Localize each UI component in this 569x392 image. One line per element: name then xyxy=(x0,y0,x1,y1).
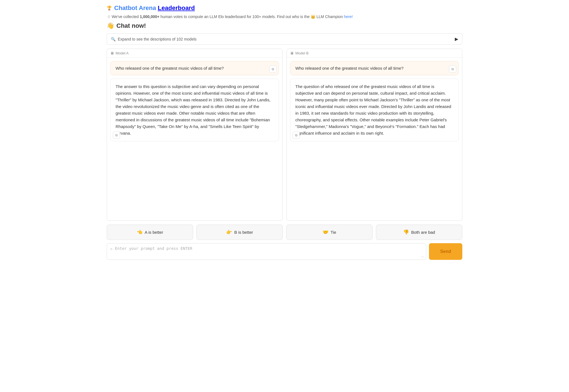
app-header: 🏆 Chatbot Arena Leaderboard xyxy=(107,4,462,12)
panel-b-header: 🖥 Model B xyxy=(287,49,462,58)
search-icon: 🔍 xyxy=(111,37,116,41)
assistant-message-b: The question of who released one of the … xyxy=(290,79,459,141)
expand-bar-label: Expand to see the descriptions of 102 mo… xyxy=(118,37,196,41)
panel-a-body: Who released one of the greatest music v… xyxy=(107,58,282,220)
copy-assistant-message-b-button[interactable]: ⧉ xyxy=(293,132,300,139)
copy-user-message-b-button[interactable]: ⧉ xyxy=(449,66,456,73)
crown-emoji: 👑 xyxy=(311,14,315,19)
assistant-message-a: The answer to this question is subjectiv… xyxy=(110,79,279,141)
title-plain: Chatbot Arena xyxy=(114,4,158,11)
user-message-b-text: Who released one of the greatest music v… xyxy=(295,66,403,71)
send-button[interactable]: Send xyxy=(429,243,462,260)
vote-b-better-button[interactable]: 👉 B is better xyxy=(196,225,283,240)
user-message-a-text: Who released one of the greatest music v… xyxy=(116,66,224,71)
panel-b-body: Who released one of the greatest music v… xyxy=(287,58,462,220)
app-title: Chatbot Arena Leaderboard xyxy=(114,4,195,12)
expand-bar-left: 🔍 Expand to see the descriptions of 102 … xyxy=(111,37,196,41)
subtitle-bar: We've collected 1,000,000+ human votes t… xyxy=(107,14,462,19)
monitor-icon-b: 🖥 xyxy=(290,51,294,55)
thumbs-left-icon: 👈 xyxy=(137,229,143,235)
panel-model-a: 🖥 Model A Who released one of the greate… xyxy=(107,49,283,221)
expand-models-bar[interactable]: 🔍 Expand to see the descriptions of 102 … xyxy=(107,33,462,45)
here-link[interactable]: here! xyxy=(344,14,353,19)
panel-a-header: 🖥 Model A xyxy=(107,49,282,58)
wave-icon: 👋 xyxy=(107,22,114,29)
vote-both-bad-label: Both are bad xyxy=(411,230,435,235)
bullet-icon xyxy=(108,16,110,18)
vote-tie-label: Tie xyxy=(331,230,336,235)
thumbs-right-icon: 👉 xyxy=(226,229,232,235)
assistant-message-a-text: The answer to this question is subjectiv… xyxy=(116,84,271,135)
handshake-icon: 🤝 xyxy=(323,229,328,235)
resize-handle-icon: ⤡ xyxy=(421,255,425,258)
prompt-input-wrapper: ⤡ xyxy=(107,243,426,260)
user-message-a: Who released one of the greatest music v… xyxy=(110,61,279,75)
vote-a-label: A is better xyxy=(145,230,163,235)
panel-a-label: Model A xyxy=(116,51,129,55)
user-message-b: Who released one of the greatest music v… xyxy=(290,61,459,75)
vote-count: 1,000,000+ xyxy=(140,14,159,19)
thumbs-down-icon: 👎 xyxy=(403,229,409,235)
vote-b-label: B is better xyxy=(234,230,253,235)
panel-b-label: Model B xyxy=(295,51,309,55)
vote-both-bad-button[interactable]: 👎 Both are bad xyxy=(376,225,462,240)
prompt-input[interactable] xyxy=(110,246,423,257)
chat-heading: 👋 Chat now! xyxy=(107,22,462,29)
trophy-icon: 🏆 xyxy=(107,6,112,11)
vote-tie-button[interactable]: 🤝 Tie xyxy=(286,225,373,240)
input-row: ⤡ Send xyxy=(107,243,462,260)
vote-row: 👈 A is better 👉 B is better 🤝 Tie 👎 Both… xyxy=(107,225,462,240)
chat-panels: 🖥 Model A Who released one of the greate… xyxy=(107,49,462,221)
assistant-message-b-text: The question of who released one of the … xyxy=(295,84,451,135)
panel-model-b: 🖥 Model B Who released one of the greate… xyxy=(286,49,462,221)
monitor-icon-a: 🖥 xyxy=(110,51,114,55)
vote-a-better-button[interactable]: 👈 A is better xyxy=(107,225,193,240)
chat-heading-text: Chat now! xyxy=(116,22,146,29)
chevron-right-icon: ▶ xyxy=(455,36,458,42)
leaderboard-link[interactable]: Leaderboard xyxy=(158,4,195,11)
copy-assistant-message-a-button[interactable]: ⧉ xyxy=(113,132,120,139)
copy-user-message-a-button[interactable]: ⧉ xyxy=(269,66,276,73)
subtitle-text: We've collected 1,000,000+ human votes t… xyxy=(112,14,353,19)
